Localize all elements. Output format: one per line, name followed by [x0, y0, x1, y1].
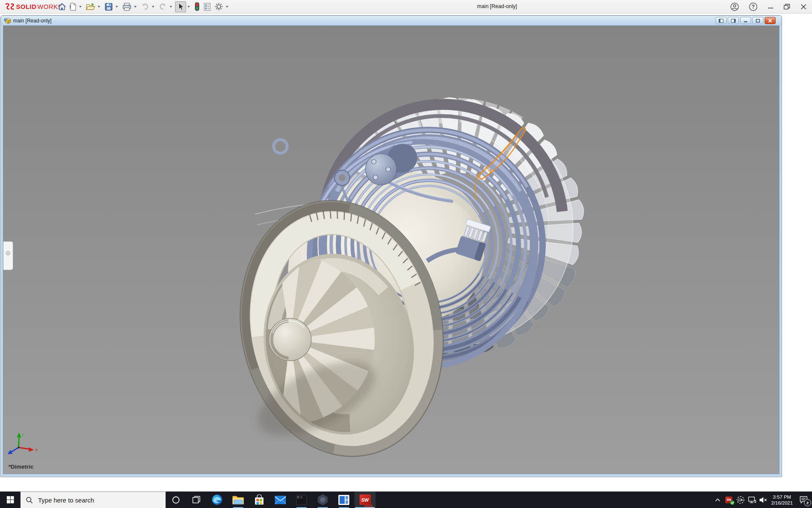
redo-dropdown-icon[interactable]: [170, 6, 172, 8]
help-button[interactable]: ?: [749, 2, 758, 11]
print-dropdown-icon[interactable]: [134, 6, 137, 8]
taskbar-app-file-explorer[interactable]: [228, 491, 249, 508]
minimize-icon: [767, 3, 774, 10]
redo-button[interactable]: [157, 1, 168, 12]
document-minimize-button[interactable]: [740, 17, 751, 24]
document-close-button[interactable]: [765, 17, 776, 24]
select-tool-button[interactable]: [175, 1, 186, 12]
home-icon: [58, 3, 66, 11]
svg-text:x: x: [35, 447, 38, 452]
options-button[interactable]: [213, 1, 225, 12]
store-icon: [254, 494, 265, 505]
edge-icon: [211, 494, 223, 505]
solidworks-monitor-icon: SW: [725, 497, 732, 503]
cortana-icon: [172, 496, 180, 504]
redo-icon: [159, 3, 167, 11]
windows-start-icon: [7, 496, 14, 503]
search-input[interactable]: Type here to search: [20, 491, 166, 508]
document-maximize-button[interactable]: [752, 17, 763, 24]
home-button[interactable]: [56, 1, 68, 12]
search-placeholder-text: Type here to search: [38, 497, 94, 504]
app-titlebar: SOLIDWORKS: [0, 0, 812, 14]
dassault-logo-icon: [4, 3, 15, 11]
tray-volume[interactable]: [757, 491, 769, 508]
rebuild-traffic-light-icon: [194, 2, 200, 11]
restore-button[interactable]: [783, 3, 791, 10]
assembly-document-icon: [4, 17, 11, 24]
featuremanager-tab-grip-icon: [6, 251, 10, 255]
undo-icon: [141, 3, 149, 11]
jet-engine-model[interactable]: [3, 26, 779, 474]
document-maximize-icon: [755, 19, 760, 23]
clock-time: 3:57 PM: [773, 494, 791, 500]
print-icon: [122, 3, 132, 11]
taskbar-app-edge[interactable]: [206, 491, 228, 508]
options-dropdown-icon[interactable]: [226, 6, 228, 8]
cortana-button[interactable]: [166, 491, 186, 508]
app-title-text: main [Read-only]: [477, 3, 517, 9]
close-icon: [800, 3, 807, 10]
taskbar-app-store[interactable]: [249, 491, 270, 508]
file-properties-button[interactable]: [202, 1, 212, 12]
undo-dropdown-icon[interactable]: [152, 6, 154, 8]
taskbar-app-command-prompt[interactable]: C:\: [291, 491, 312, 508]
tray-clock[interactable]: 3:57 PM 2/16/2021: [769, 491, 795, 508]
split-pane-right-button[interactable]: [728, 17, 739, 24]
file-explorer-icon: [232, 495, 244, 505]
start-button[interactable]: [0, 491, 20, 508]
hexagon-app-icon: [317, 494, 328, 505]
select-dropdown-icon[interactable]: [187, 6, 190, 8]
network-icon: [748, 496, 756, 504]
undo-button[interactable]: [140, 1, 151, 12]
document-titlebar[interactable]: main [Read-only]: [1, 16, 782, 25]
help-icon: ?: [749, 2, 758, 11]
tray-solidworks-monitor[interactable]: SW: [723, 491, 735, 508]
new-document-dropdown-icon[interactable]: [79, 6, 82, 8]
brand-solid: SOLID: [16, 3, 36, 10]
action-center-button[interactable]: 2: [795, 491, 812, 508]
file-properties-icon: [203, 3, 211, 11]
close-button[interactable]: [800, 3, 807, 10]
taskbar: Type here to search: [0, 491, 812, 508]
new-document-button[interactable]: [69, 1, 78, 12]
document-close-icon: [768, 19, 773, 23]
open-button[interactable]: [85, 1, 96, 12]
taskbar-app-solidworks[interactable]: SW 2021: [354, 491, 376, 508]
hidden-icons-button[interactable]: [712, 491, 723, 508]
view-orientation-label: *Dimetric: [8, 464, 33, 470]
rebuild-button[interactable]: [193, 1, 201, 12]
clock-date: 2/16/2021: [771, 500, 793, 506]
tray-network[interactable]: [746, 491, 757, 508]
tray-meet-now[interactable]: [735, 491, 746, 508]
solidworks-app-icon: SW 2021: [359, 494, 371, 505]
account-button[interactable]: [730, 2, 739, 11]
taskbar-app-mail[interactable]: [270, 491, 291, 508]
split-pane-left-icon: [719, 19, 724, 23]
save-dropdown-icon[interactable]: [115, 6, 118, 8]
split-pane-right-icon: [731, 19, 736, 23]
select-cursor-icon: [177, 3, 184, 11]
document-window-controls: [716, 17, 776, 24]
account-icon: [730, 2, 739, 11]
quick-access-toolbar: [56, 0, 231, 13]
meet-now-icon: [736, 496, 745, 504]
notification-badge: 2: [804, 499, 811, 506]
open-dropdown-icon[interactable]: [98, 6, 100, 8]
mdi-background: main [Read-only]: [0, 14, 812, 491]
print-button[interactable]: [121, 1, 133, 12]
taskbar-app-hexagon[interactable]: [312, 491, 333, 508]
app-window-controls: ?: [730, 0, 807, 13]
options-gear-icon: [214, 2, 223, 11]
task-view-button[interactable]: [186, 491, 206, 508]
save-button[interactable]: [103, 1, 114, 12]
featuremanager-collapsed-tab[interactable]: [3, 241, 13, 270]
command-prompt-icon: C:\: [296, 495, 307, 505]
new-document-icon: [70, 3, 77, 11]
svg-text:?: ?: [752, 4, 754, 10]
minimize-button[interactable]: [767, 3, 774, 10]
remote-window-app-icon: [338, 495, 349, 505]
taskbar-app-remote-window[interactable]: [333, 491, 354, 508]
restore-icon: [783, 3, 791, 10]
graphics-area[interactable]: y x *Dimetric: [3, 25, 779, 474]
split-pane-left-button[interactable]: [716, 17, 727, 24]
